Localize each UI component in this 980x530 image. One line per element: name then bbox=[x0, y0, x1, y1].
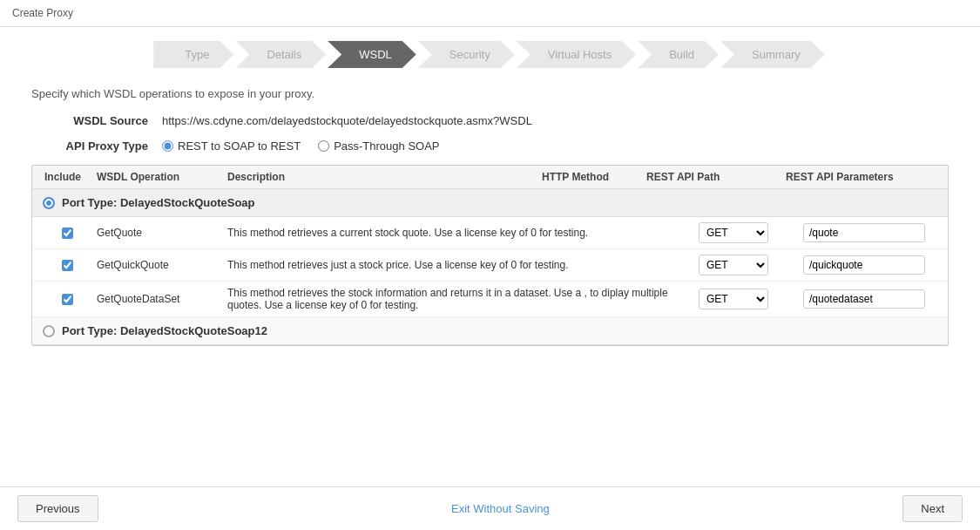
op-include-checkbox[interactable] bbox=[62, 228, 73, 239]
op-include-cell bbox=[41, 228, 93, 239]
op-name-cell: GetQuickQuote bbox=[93, 259, 224, 271]
op-method-cell[interactable]: GET POST PUT DELETE bbox=[695, 289, 800, 309]
proxy-type-rest-radio[interactable] bbox=[162, 140, 173, 152]
proxy-type-passthrough-radio[interactable] bbox=[318, 140, 329, 152]
op-path-input[interactable] bbox=[803, 255, 925, 275]
table-scroll-area[interactable]: Port Type: DelayedStockQuoteSoap GetQuot… bbox=[32, 189, 948, 345]
table-row: GetQuoteDataSet This method retrieves th… bbox=[32, 282, 948, 317]
step-label-3: Security bbox=[418, 41, 515, 68]
step-type[interactable]: Type bbox=[153, 41, 235, 68]
op-method-cell[interactable]: GET POST PUT DELETE bbox=[695, 222, 800, 243]
port-group-2-radio[interactable] bbox=[43, 325, 55, 337]
step-wsdl[interactable]: WSDL bbox=[328, 41, 418, 68]
proxy-type-options: REST to SOAP to REST Pass-Through SOAP bbox=[162, 139, 440, 153]
op-include-checkbox[interactable] bbox=[62, 260, 73, 271]
step-security[interactable]: Security bbox=[418, 41, 517, 68]
port-group-2-label: Port Type: DelayedStockQuoteSoap12 bbox=[62, 324, 267, 337]
op-path-cell[interactable] bbox=[800, 223, 939, 242]
previous-button[interactable]: Previous bbox=[17, 495, 98, 522]
proxy-type-row: API Proxy Type REST to SOAP to REST Pass… bbox=[31, 139, 949, 153]
step-label-1: Details bbox=[235, 41, 326, 68]
exit-link[interactable]: Exit Without Saving bbox=[451, 502, 550, 515]
step-label-4: Virtual Hosts bbox=[517, 41, 636, 68]
page-subtitle: Specify which WSDL operations to expose … bbox=[31, 87, 949, 100]
op-desc-cell: This method retrieves the stock informat… bbox=[224, 287, 695, 311]
op-method-select[interactable]: GET POST PUT DELETE bbox=[699, 255, 768, 275]
step-virtual-hosts[interactable]: Virtual Hosts bbox=[517, 41, 638, 68]
operations-table: Include WSDL Operation Description HTTP … bbox=[31, 165, 949, 346]
col-path: REST API Path bbox=[643, 171, 782, 183]
step-build[interactable]: Build bbox=[638, 41, 720, 68]
port-group-1-radio[interactable] bbox=[43, 197, 55, 209]
col-include: Include bbox=[41, 171, 93, 183]
step-label-6: Summary bbox=[720, 41, 825, 68]
op-method-cell[interactable]: GET POST PUT DELETE bbox=[695, 255, 800, 275]
app-title: Create Proxy bbox=[12, 7, 73, 19]
port-group-2-header[interactable]: Port Type: DelayedStockQuoteSoap12 bbox=[32, 317, 948, 345]
wsdl-source-label: WSDL Source bbox=[31, 114, 162, 127]
stepper-inner: TypeDetailsWSDLSecurityVirtual HostsBuil… bbox=[153, 41, 826, 68]
port-group-1-label: Port Type: DelayedStockQuoteSoap bbox=[62, 196, 255, 209]
op-method-select[interactable]: GET POST PUT DELETE bbox=[699, 289, 768, 309]
col-description: Description bbox=[224, 171, 538, 183]
wsdl-source-value: https://ws.cdyne.com/delayedstockquote/d… bbox=[162, 114, 532, 127]
op-desc-cell: This method retrieves a current stock qu… bbox=[224, 227, 695, 239]
col-params: REST API Parameters bbox=[782, 171, 939, 183]
proxy-type-rest-label: REST to SOAP to REST bbox=[178, 139, 301, 153]
step-summary[interactable]: Summary bbox=[720, 41, 827, 68]
stepper: TypeDetailsWSDLSecurityVirtual HostsBuil… bbox=[0, 27, 980, 78]
col-operation: WSDL Operation bbox=[93, 171, 224, 183]
proxy-type-label: API Proxy Type bbox=[31, 139, 162, 153]
wsdl-source-row: WSDL Source https://ws.cdyne.com/delayed… bbox=[31, 114, 949, 127]
next-button[interactable]: Next bbox=[902, 495, 963, 522]
port-group-1-header[interactable]: Port Type: DelayedStockQuoteSoap bbox=[32, 189, 948, 217]
op-method-select[interactable]: GET POST PUT DELETE bbox=[699, 222, 768, 243]
table-row: GetQuickQuote This method retrieves just… bbox=[32, 249, 948, 282]
op-path-cell[interactable] bbox=[800, 255, 939, 275]
op-include-cell bbox=[41, 294, 93, 305]
op-path-input[interactable] bbox=[803, 289, 925, 309]
proxy-type-passthrough-label: Pass-Through SOAP bbox=[334, 139, 439, 153]
step-label-0: Type bbox=[153, 41, 233, 68]
proxy-type-rest[interactable]: REST to SOAP to REST bbox=[162, 139, 301, 153]
step-label-5: Build bbox=[638, 41, 719, 68]
op-path-input[interactable] bbox=[803, 223, 925, 242]
op-desc-cell: This method retrieves just a stock price… bbox=[224, 259, 695, 271]
col-method: HTTP Method bbox=[538, 171, 643, 183]
op-include-checkbox[interactable] bbox=[62, 294, 73, 305]
top-bar: Create Proxy bbox=[0, 0, 980, 27]
op-path-cell[interactable] bbox=[800, 289, 939, 309]
footer: Previous Exit Without Saving Next bbox=[0, 486, 980, 530]
op-name-cell: GetQuote bbox=[93, 227, 224, 239]
table-row: GetQuote This method retrieves a current… bbox=[32, 217, 948, 249]
op-name-cell: GetQuoteDataSet bbox=[93, 293, 224, 305]
table-header-row: Include WSDL Operation Description HTTP … bbox=[32, 166, 948, 189]
step-details[interactable]: Details bbox=[235, 41, 328, 68]
proxy-type-passthrough[interactable]: Pass-Through SOAP bbox=[318, 139, 439, 153]
step-label-2: WSDL bbox=[328, 41, 416, 68]
op-include-cell bbox=[41, 260, 93, 271]
main-content: Specify which WSDL operations to expose … bbox=[0, 78, 980, 355]
